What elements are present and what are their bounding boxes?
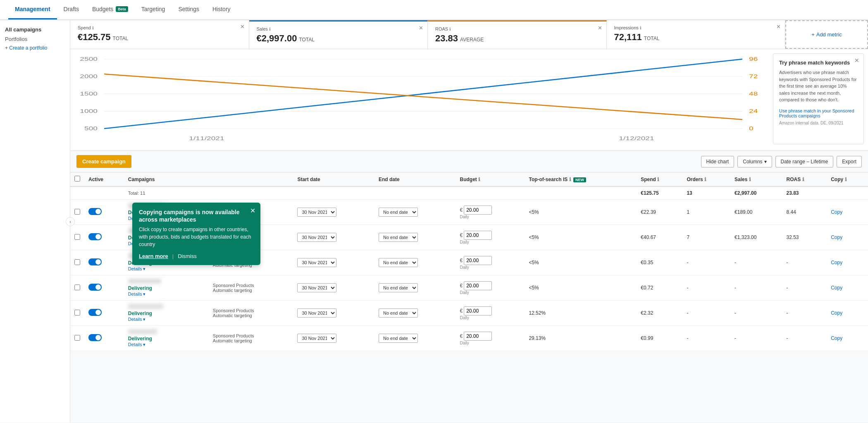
campaign-details-4[interactable]: Details ▾ xyxy=(128,292,146,296)
svg-text:2500: 2500 xyxy=(80,57,98,62)
roas-info-icon[interactable]: ℹ xyxy=(802,177,804,182)
sales-info-icon[interactable]: ℹ xyxy=(269,27,271,31)
columns-button[interactable]: Columns ▾ xyxy=(737,156,772,167)
svg-text:1/12/2021: 1/12/2021 xyxy=(619,136,654,141)
spend-info-icon[interactable]: ℹ xyxy=(92,26,94,30)
metric-sales-close[interactable]: ✕ xyxy=(419,25,423,31)
metric-spend-close[interactable]: ✕ xyxy=(240,24,245,30)
export-button[interactable]: Export xyxy=(837,156,862,167)
create-campaign-button[interactable]: Create campaign xyxy=(76,155,131,168)
row-checkbox-3[interactable] xyxy=(74,259,80,265)
tip-source: Amazon internal data. DE, 09/2021 xyxy=(779,121,858,125)
copy-link-4[interactable]: Copy xyxy=(831,285,842,291)
impressions-info-icon[interactable]: ℹ xyxy=(640,26,641,30)
dismiss-button[interactable]: Dismiss xyxy=(178,253,197,259)
metric-roas-label: ROAS ℹ xyxy=(435,26,599,31)
orders-info-icon[interactable]: ℹ xyxy=(704,177,706,182)
toggle-4[interactable] xyxy=(88,284,102,291)
tab-settings[interactable]: Settings xyxy=(172,0,206,19)
budget-input-4[interactable] xyxy=(464,281,492,290)
end-date-1[interactable]: No end date xyxy=(379,208,418,217)
copy-info-icon[interactable]: ℹ xyxy=(845,177,847,182)
campaign-details-6[interactable]: Details ▾ xyxy=(128,342,146,347)
toolbar-right: Hide chart Columns ▾ Date range – Lifeti… xyxy=(701,156,862,167)
sales-info-icon[interactable]: ℹ xyxy=(749,177,751,182)
total-orders: 13 xyxy=(682,186,730,200)
copy-link-5[interactable]: Copy xyxy=(831,310,842,316)
budget-input-1[interactable] xyxy=(464,206,492,215)
campaign-status-4[interactable]: Delivering xyxy=(128,285,205,291)
start-date-6[interactable]: 30 Nov 2021 xyxy=(297,334,336,343)
budget-input-3[interactable] xyxy=(464,256,492,265)
tab-drafts[interactable]: Drafts xyxy=(57,0,86,19)
start-date-2[interactable]: 30 Nov 2021 xyxy=(297,233,336,242)
end-date-2[interactable]: No end date xyxy=(379,233,418,242)
col-active: Active xyxy=(84,172,124,186)
copy-link-2[interactable]: Copy xyxy=(831,234,842,240)
budget-input-2[interactable] xyxy=(464,231,492,240)
sidebar-collapse-button[interactable]: ‹ xyxy=(66,217,75,226)
metric-roas-close[interactable]: ✕ xyxy=(598,25,602,31)
start-date-3[interactable]: 30 Nov 2021 xyxy=(297,258,336,267)
tip-link[interactable]: Use phrase match in your Sponsored Produ… xyxy=(779,108,858,118)
svg-text:1/11/2021: 1/11/2021 xyxy=(189,136,224,141)
copy-link-3[interactable]: Copy xyxy=(831,260,842,265)
top-is-info-icon[interactable]: ℹ xyxy=(569,177,571,182)
end-date-5[interactable]: No end date xyxy=(379,308,418,318)
tip-close-button[interactable]: ✕ xyxy=(854,57,859,64)
tip-text: Advertisers who use phrase match keyword… xyxy=(779,69,858,103)
toggle-5[interactable] xyxy=(88,309,102,316)
budget-input-6[interactable] xyxy=(464,332,492,341)
toggle-2[interactable] xyxy=(88,233,102,240)
row-checkbox-6[interactable] xyxy=(74,335,80,341)
hide-chart-button[interactable]: Hide chart xyxy=(701,156,734,167)
copy-link-1[interactable]: Copy xyxy=(831,209,842,215)
tab-budgets[interactable]: Budgets Beta xyxy=(86,0,135,19)
learn-more-button[interactable]: Learn more xyxy=(139,253,168,259)
add-metric-button[interactable]: + Add metric xyxy=(785,20,868,49)
copy-link-6[interactable]: Copy xyxy=(831,335,842,341)
svg-text:24: 24 xyxy=(749,109,758,114)
end-date-6[interactable]: No end date xyxy=(379,334,418,343)
metric-spend: ✕ Spend ℹ €125.75 TOTAL xyxy=(70,20,249,49)
start-date-4[interactable]: 30 Nov 2021 xyxy=(297,283,336,292)
end-date-4[interactable]: No end date xyxy=(379,283,418,292)
budget-info-icon[interactable]: ℹ xyxy=(478,177,480,182)
sidebar-all-campaigns[interactable]: All campaigns xyxy=(5,26,65,33)
tab-targeting[interactable]: Targeting xyxy=(135,0,172,19)
tab-history[interactable]: History xyxy=(206,0,237,19)
campaign-status-5[interactable]: Delivering xyxy=(128,311,205,316)
totals-row: Total: 11 €125.75 13 €2,997.00 23.83 xyxy=(70,186,868,200)
notification-close-button[interactable]: ✕ xyxy=(250,207,255,215)
tab-management[interactable]: Management xyxy=(8,0,57,19)
row-checkbox-5[interactable] xyxy=(74,310,80,315)
metric-roas: ✕ ROAS ℹ 23.83 AVERAGE xyxy=(428,20,607,49)
row-checkbox-4[interactable] xyxy=(74,284,80,290)
col-orders: Orders ℹ xyxy=(682,172,730,186)
end-date-3[interactable]: No end date xyxy=(379,258,418,267)
campaign-details-3[interactable]: Details ▾ xyxy=(128,266,146,271)
spend-info-icon[interactable]: ℹ xyxy=(657,177,659,182)
campaign-status-6[interactable]: Delivering xyxy=(128,336,205,342)
start-date-5[interactable]: 30 Nov 2021 xyxy=(297,308,336,318)
sidebar: All campaigns Portfolios + Create a port… xyxy=(0,20,70,423)
table-row: Delivering Details ▾ Sponsored Products … xyxy=(70,301,868,326)
budget-input-5[interactable] xyxy=(464,306,492,315)
row-checkbox-2[interactable] xyxy=(74,234,80,240)
start-date-1[interactable]: 30 Nov 2021 xyxy=(297,208,336,217)
date-range-button[interactable]: Date range – Lifetime xyxy=(775,156,834,167)
metric-impressions-close[interactable]: ✕ xyxy=(776,24,781,30)
row-checkbox-1[interactable] xyxy=(74,209,80,215)
campaign-details-5[interactable]: Details ▾ xyxy=(128,317,146,322)
toggle-6[interactable] xyxy=(88,334,102,341)
svg-text:96: 96 xyxy=(749,57,758,62)
metrics-bar: ✕ Spend ℹ €125.75 TOTAL ✕ Sales ℹ €2,9 xyxy=(70,20,868,49)
roas-info-icon[interactable]: ℹ xyxy=(449,27,451,31)
select-all-checkbox[interactable] xyxy=(74,176,80,182)
toggle-3[interactable] xyxy=(88,258,102,265)
sidebar-create-portfolio[interactable]: + Create a portfolio xyxy=(5,45,47,51)
metric-spend-label: Spend ℹ xyxy=(78,25,241,30)
svg-text:72: 72 xyxy=(749,74,758,79)
toggle-1[interactable] xyxy=(88,208,102,215)
col-copy: Copy ℹ xyxy=(827,172,868,186)
